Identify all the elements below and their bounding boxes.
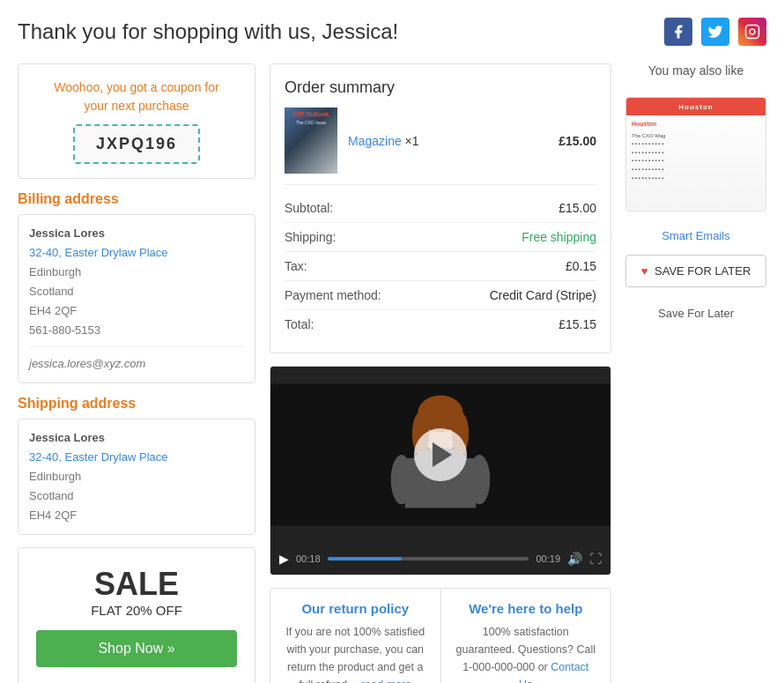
video-progress-fill xyxy=(328,557,403,561)
shipping-city: Edinburgh xyxy=(29,467,244,486)
sale-title: SALE xyxy=(36,566,237,603)
you-may-like-label[interactable]: Smart Emails xyxy=(625,229,766,242)
shipping-name: Jessica Lores xyxy=(29,428,244,448)
shop-now-button[interactable]: Shop Now » xyxy=(36,630,237,667)
shipping-postcode: EH4 2QF xyxy=(29,506,244,525)
page-title: Thank you for shopping with us, Jessica! xyxy=(18,19,398,44)
billing-email: jessica.lores@xyz.com xyxy=(29,346,244,374)
billing-section: Billing address Jessica Lores 32-40, Eas… xyxy=(18,191,255,383)
billing-address: Jessica Lores 32-40, Easter Drylaw Place… xyxy=(18,214,255,383)
billing-postcode: EH4 2QF xyxy=(29,301,244,321)
order-row-payment: Payment method: Credit Card (Stripe) xyxy=(285,281,596,310)
play-pause-button[interactable]: ▶ xyxy=(279,552,289,566)
instagram-icon[interactable] xyxy=(738,18,766,46)
order-item-qty: ×1 xyxy=(405,134,419,148)
total-label: Total: xyxy=(285,317,314,331)
billing-street: 32-40, Easter Drylaw Place xyxy=(29,243,244,263)
coupon-title: Woohoo, you got a coupon for your next p… xyxy=(33,78,240,115)
shipping-label: Shipping: xyxy=(285,230,336,244)
video-player: ▶ 00:18 00:19 🔊 ⛶ xyxy=(270,366,611,575)
order-row-tax: Tax: £0.15 xyxy=(285,252,596,281)
return-policy-text: If you are not 100% satisfied with your … xyxy=(285,623,426,683)
billing-city: Edinburgh xyxy=(29,263,244,282)
order-item-image: CIO Outlook The CXO Issue xyxy=(285,108,337,174)
payment-value: Credit Card (Stripe) xyxy=(490,288,596,302)
help-title: We're here to help xyxy=(455,601,597,616)
order-summary: Order summary CIO Outlook The CXO Issue … xyxy=(270,63,611,353)
order-row-total: Total: £15.15 xyxy=(285,310,596,338)
video-controls: ▶ 00:18 00:19 🔊 ⛶ xyxy=(270,543,610,575)
billing-title: Billing address xyxy=(18,191,255,207)
sale-box: SALE FLAT 20% OFF Shop Now » xyxy=(18,547,255,683)
subtotal-label: Subtotal: xyxy=(285,201,333,215)
billing-name: Jessica Lores xyxy=(29,224,244,243)
billing-region: Scotland xyxy=(29,282,244,301)
shipping-title: Shipping address xyxy=(18,396,255,412)
order-row-shipping: Shipping: Free shipping xyxy=(285,223,596,252)
play-button[interactable] xyxy=(414,428,467,481)
shipping-street: 32-40, Easter Drylaw Place xyxy=(29,448,244,467)
read-more-link[interactable]: read more xyxy=(361,679,411,683)
shipping-address: Jessica Lores 32-40, Easter Drylaw Place… xyxy=(18,419,255,535)
twitter-icon[interactable] xyxy=(701,18,729,46)
order-item-name: Magazine xyxy=(348,134,402,148)
return-policy-box: Our return policy If you are not 100% sa… xyxy=(270,589,441,683)
save-for-later-button[interactable]: ♥ SAVE FOR LATER xyxy=(625,255,766,287)
heart-icon: ♥ xyxy=(641,264,648,278)
order-summary-title: Order summary xyxy=(285,78,596,97)
facebook-icon[interactable] xyxy=(664,18,692,46)
you-may-like-image: Houston Houston The CXO Mag ▪ ▪ ▪ ▪ ▪ ▪ … xyxy=(625,97,766,212)
sale-subtitle: FLAT 20% OFF xyxy=(36,603,237,618)
shipping-section: Shipping address Jessica Lores 32-40, Ea… xyxy=(18,396,255,535)
billing-phone: 561-880-5153 xyxy=(29,321,244,340)
svg-point-11 xyxy=(469,455,490,504)
payment-label: Payment method: xyxy=(285,288,381,302)
coupon-box: Woohoo, you got a coupon for your next p… xyxy=(18,63,255,179)
total-value: £15.15 xyxy=(558,317,596,331)
order-row-subtotal: Subtotal: £15.00 xyxy=(285,194,596,223)
shipping-value: Free shipping xyxy=(521,230,596,244)
video-time-end: 00:19 xyxy=(536,553,560,564)
help-box: We're here to help 100% satisfaction gua… xyxy=(441,589,611,683)
tax-value: £0.15 xyxy=(566,259,596,273)
tax-label: Tax: xyxy=(285,259,307,273)
order-rows: Subtotal: £15.00 Shipping: Free shipping… xyxy=(285,194,596,338)
video-thumbnail[interactable] xyxy=(270,367,610,543)
help-text: 100% satisfaction guaranteed. Questions?… xyxy=(455,623,597,683)
order-item-price: £15.00 xyxy=(558,134,596,148)
save-for-later-label: Save For Later xyxy=(625,307,766,320)
fullscreen-button[interactable]: ⛶ xyxy=(589,552,602,566)
subtotal-value: £15.00 xyxy=(558,201,596,215)
video-progress-bar[interactable] xyxy=(328,557,529,561)
you-may-like-title: You may also like xyxy=(625,63,766,78)
coupon-code: JXPQ196 xyxy=(73,124,200,164)
shipping-region: Scotland xyxy=(29,486,244,506)
svg-rect-0 xyxy=(746,26,759,39)
order-item: CIO Outlook The CXO Issue Magazine ×1 £1… xyxy=(285,108,596,185)
video-time-start: 00:18 xyxy=(296,553,321,564)
return-policy-title: Our return policy xyxy=(285,601,426,616)
volume-button[interactable]: 🔊 xyxy=(567,552,582,566)
svg-point-10 xyxy=(391,455,412,504)
bottom-info: Our return policy If you are not 100% sa… xyxy=(270,588,611,683)
